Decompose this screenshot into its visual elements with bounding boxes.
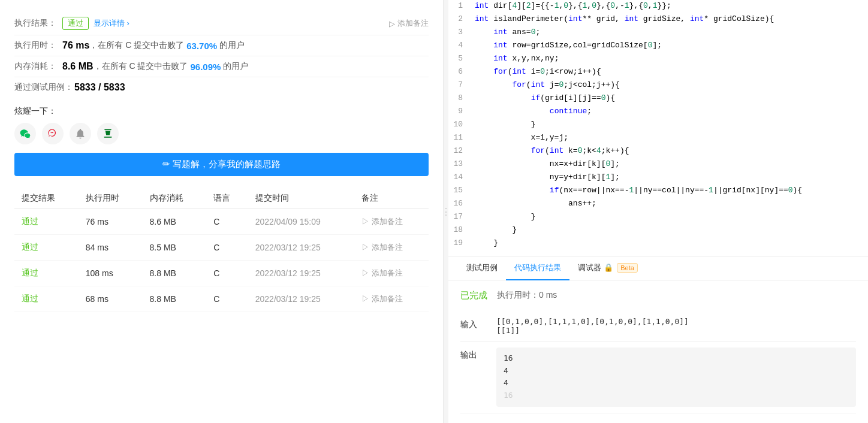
code-line: 18 } bbox=[448, 224, 868, 237]
line-number: 12 bbox=[448, 145, 470, 158]
line-content: continue; bbox=[470, 105, 868, 119]
col-time: 执行用时 bbox=[79, 188, 143, 209]
left-panel: 执行结果： 通过 显示详情 › ▷ 添加备注 执行用时： 76 ms ，在所有 … bbox=[0, 0, 444, 423]
submission-result: 通过 bbox=[14, 209, 79, 235]
col-memory: 内存消耗 bbox=[143, 188, 207, 209]
exec-time-label: 执行用时：0 ms bbox=[497, 290, 557, 301]
line-content: int islandPerimeter(int** grid, int grid… bbox=[470, 13, 868, 26]
code-line: 14 ny=y+dir[k][1]; bbox=[448, 171, 868, 185]
code-line: 12 for(int k=0;k<4;k++){ bbox=[448, 145, 868, 158]
wechat-share-button[interactable] bbox=[14, 123, 36, 144]
submission-note[interactable]: ▷ 添加备注 bbox=[354, 235, 429, 261]
line-number: 13 bbox=[448, 158, 470, 171]
output-line-3: 4 bbox=[504, 377, 849, 389]
tab-debugger[interactable]: 调试器 🔒 Beta bbox=[569, 256, 646, 280]
share-section: 炫耀一下： bbox=[14, 106, 429, 144]
line-content: nx=x+dir[k][0]; bbox=[470, 158, 868, 171]
line-number: 2 bbox=[448, 13, 470, 26]
pass-badge: 通过 bbox=[62, 17, 89, 30]
line-content: for(int i=0;i<row;i++){ bbox=[470, 66, 868, 79]
line-number: 5 bbox=[448, 53, 470, 66]
submission-note[interactable]: ▷ 添加备注 bbox=[354, 286, 429, 312]
submission-result: 通过 bbox=[14, 261, 79, 286]
svg-point-0 bbox=[52, 132, 53, 133]
tab-bar: 测试用例 代码执行结果 调试器 🔒 Beta bbox=[448, 256, 868, 280]
detail-link[interactable]: 显示详情 › bbox=[94, 18, 129, 29]
output-row: 输出 16 4 4 16 bbox=[460, 342, 856, 413]
runtime-suffix: 的用户 bbox=[219, 40, 245, 51]
runtime-percent: 63.70% bbox=[186, 41, 217, 51]
submission-lang: C bbox=[206, 286, 248, 312]
col-result: 提交结果 bbox=[14, 188, 79, 209]
code-line: 2int islandPerimeter(int** grid, int gri… bbox=[448, 13, 868, 26]
memory-label: 内存消耗： bbox=[14, 61, 62, 72]
submission-date: 2022/03/12 19:25 bbox=[248, 286, 355, 312]
code-line: 16 ans++; bbox=[448, 198, 868, 211]
line-content: } bbox=[470, 211, 868, 224]
submission-note[interactable]: ▷ 添加备注 bbox=[354, 261, 429, 286]
col-lang: 语言 bbox=[206, 188, 248, 209]
runtime-row: 执行用时： 76 ms ，在所有 C 提交中击败了 63.70% 的用户 bbox=[14, 35, 429, 56]
line-number: 14 bbox=[448, 171, 470, 185]
col-note: 备注 bbox=[354, 188, 429, 209]
line-number: 17 bbox=[448, 211, 470, 224]
code-editor[interactable]: 1int dir[4][2]={{-1,0},{1,0},{0,-1},{0,1… bbox=[448, 0, 868, 256]
flag-icon: ▷ bbox=[389, 19, 395, 28]
memory-percent: 96.09% bbox=[190, 62, 221, 72]
line-number: 15 bbox=[448, 185, 470, 198]
input-line-2: [[1]] bbox=[496, 326, 856, 335]
code-line: 5 int x,y,nx,ny; bbox=[448, 53, 868, 66]
line-number: 11 bbox=[448, 132, 470, 145]
line-number: 4 bbox=[448, 40, 470, 53]
submission-result: 通过 bbox=[14, 286, 79, 312]
line-content: for(int j=0;j<col;j++){ bbox=[470, 79, 868, 92]
submission-note[interactable]: ▷ 添加备注 bbox=[354, 209, 429, 235]
submission-memory: 8.5 MB bbox=[143, 235, 207, 261]
testcase-row: 通过测试用例： 5833 / 5833 bbox=[14, 77, 429, 98]
execution-result-row: 执行结果： 通过 显示详情 › ▷ 添加备注 bbox=[14, 12, 429, 35]
code-line: 17 } bbox=[448, 211, 868, 224]
submissions-table: 提交结果 执行用时 内存消耗 语言 提交时间 备注 通过 76 ms 8.6 M… bbox=[14, 188, 429, 312]
line-number: 18 bbox=[448, 224, 470, 237]
line-number: 6 bbox=[448, 66, 470, 79]
result-panel: 已完成 执行用时：0 ms 输入 [[0,1,0,0],[1,1,1,0],[0… bbox=[448, 280, 868, 423]
table-row: 通过 108 ms 8.8 MB C 2022/03/12 19:25 ▷ 添加… bbox=[14, 261, 429, 286]
line-content: if(nx==row||nx==-1||ny==col||ny==-1||gri… bbox=[470, 185, 868, 198]
svg-rect-3 bbox=[104, 137, 111, 138]
testcase-label: 通过测试用例： bbox=[14, 82, 74, 93]
tab-testcase[interactable]: 测试用例 bbox=[458, 256, 506, 280]
code-line: 10 } bbox=[448, 119, 868, 132]
completed-row: 已完成 执行用时：0 ms bbox=[460, 290, 856, 301]
svg-rect-2 bbox=[104, 129, 111, 131]
input-content: [[0,1,0,0],[1,1,1,0],[0,1,0,0],[1,1,0,0]… bbox=[496, 317, 856, 335]
code-line: 19 } bbox=[448, 237, 868, 250]
douban-share-button[interactable] bbox=[97, 123, 119, 144]
line-number: 8 bbox=[448, 92, 470, 105]
submission-lang: C bbox=[206, 209, 248, 235]
line-number: 16 bbox=[448, 198, 470, 211]
code-line: 3 int ans=0; bbox=[448, 26, 868, 40]
io-section: 输入 [[0,1,0,0],[1,1,1,0],[0,1,0,0],[1,1,0… bbox=[460, 311, 856, 413]
execution-value: 通过 显示详情 › bbox=[62, 17, 389, 30]
code-line: 13 nx=x+dir[k][0]; bbox=[448, 158, 868, 171]
social-icons bbox=[14, 123, 429, 144]
code-line: 1int dir[4][2]={{-1,0},{1,0},{0,-1},{0,1… bbox=[448, 0, 868, 13]
panel-divider bbox=[444, 0, 448, 423]
submission-time: 84 ms bbox=[79, 235, 143, 261]
weibo-share-button[interactable] bbox=[42, 123, 64, 144]
notification-share-button[interactable] bbox=[70, 123, 91, 144]
line-content: for(int k=0;k<4;k++){ bbox=[470, 145, 868, 158]
tab-execution-result[interactable]: 代码执行结果 bbox=[506, 256, 569, 280]
code-line: 7 for(int j=0;j<col;j++){ bbox=[448, 79, 868, 92]
lock-icon: 🔒 bbox=[604, 263, 613, 272]
svg-point-1 bbox=[51, 132, 52, 133]
line-number: 3 bbox=[448, 26, 470, 40]
line-number: 1 bbox=[448, 0, 470, 13]
memory-beat-text: ，在所有 C 提交中击败了 bbox=[94, 61, 188, 72]
submission-lang: C bbox=[206, 261, 248, 286]
add-note-button[interactable]: ▷ 添加备注 bbox=[389, 18, 429, 29]
write-solution-button[interactable]: ✏ 写题解，分享我的解题思路 bbox=[14, 153, 429, 176]
line-number: 19 bbox=[448, 237, 470, 250]
line-content: } bbox=[470, 119, 868, 132]
submission-date: 2022/03/12 19:25 bbox=[248, 261, 355, 286]
